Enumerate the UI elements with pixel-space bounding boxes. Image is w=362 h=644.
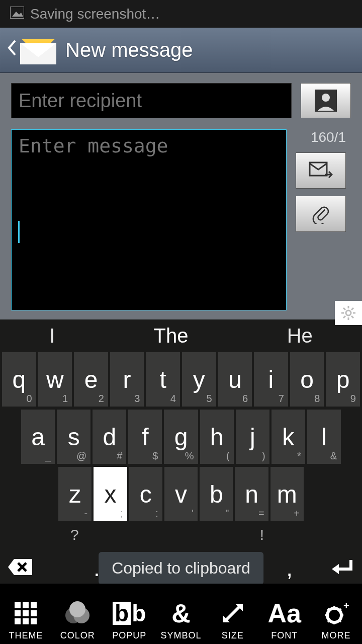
key-g[interactable]: g% — [164, 410, 198, 464]
tool-size[interactable]: SIZE — [207, 584, 258, 644]
key-w[interactable]: w1 — [38, 352, 72, 407]
key-r[interactable]: r3 — [110, 352, 144, 407]
key-sub: ( — [226, 450, 230, 462]
svg-rect-18 — [23, 602, 29, 608]
key-v[interactable]: v' — [164, 467, 198, 521]
hint-row: ? ! — [0, 524, 362, 546]
tool-theme[interactable]: THEME — [0, 584, 52, 644]
key-l[interactable]: l& — [307, 410, 341, 464]
backspace-key[interactable] — [7, 557, 33, 579]
key-h[interactable]: h( — [200, 410, 234, 464]
svg-line-10 — [343, 308, 345, 310]
key-sub: 4 — [170, 393, 176, 405]
tool-font[interactable]: Aa FONT — [258, 584, 310, 644]
key-z[interactable]: z- — [58, 467, 92, 521]
settings-tab[interactable] — [335, 301, 362, 325]
toast-message: Copied to clipboard — [99, 552, 263, 585]
svg-marker-1 — [12, 12, 23, 17]
key-k[interactable]: k* — [272, 410, 305, 464]
paperclip-icon — [309, 204, 333, 224]
key-sub: 5 — [206, 393, 212, 405]
suggestion-1[interactable]: I — [49, 325, 55, 347]
key-c[interactable]: c: — [129, 467, 162, 521]
key-sub: 0 — [26, 393, 32, 405]
key-u[interactable]: u6 — [218, 352, 252, 407]
suggestion-2[interactable]: The — [154, 325, 189, 347]
key-sub: 3 — [134, 393, 140, 405]
tool-color[interactable]: COLOR — [52, 584, 104, 644]
key-b[interactable]: b" — [200, 467, 233, 521]
comma-key[interactable]: , — [286, 554, 293, 582]
key-t[interactable]: t4 — [146, 352, 180, 407]
suggestion-3[interactable]: He — [287, 325, 313, 347]
svg-rect-21 — [23, 610, 29, 616]
key-s[interactable]: s@ — [57, 410, 90, 464]
key-n[interactable]: n= — [235, 467, 268, 521]
key-sub: " — [225, 508, 229, 519]
char-counter: 160/1 — [311, 129, 346, 145]
svg-rect-22 — [31, 610, 37, 616]
send-button[interactable] — [296, 152, 346, 189]
key-q[interactable]: q0 — [2, 352, 36, 407]
key-sub: $ — [152, 450, 158, 462]
key-sub: 6 — [242, 393, 248, 405]
svg-line-29 — [226, 606, 240, 620]
key-a[interactable]: a_ — [21, 410, 55, 464]
key-sub: 7 — [279, 393, 284, 405]
key-sub: % — [185, 450, 194, 462]
svg-rect-25 — [31, 618, 37, 624]
message-input[interactable] — [11, 129, 287, 310]
key-o[interactable]: o8 — [290, 352, 324, 407]
recipient-input[interactable] — [11, 83, 292, 118]
svg-point-3 — [322, 94, 330, 102]
status-bar: Saving screenshot… — [0, 0, 362, 28]
suggestion-row: I The He — [0, 319, 362, 352]
svg-point-32 — [327, 608, 341, 622]
enter-key[interactable] — [329, 557, 355, 579]
svg-rect-19 — [31, 602, 37, 608]
svg-rect-24 — [23, 618, 29, 624]
key-d[interactable]: d# — [93, 410, 126, 464]
key-sub: @ — [76, 450, 86, 462]
key-sub: : — [155, 508, 158, 519]
tool-symbol[interactable]: & SYMBOL — [155, 584, 207, 644]
attach-button[interactable] — [296, 196, 346, 232]
tool-more[interactable]: + MORE — [310, 584, 362, 644]
gear-icon — [340, 305, 356, 321]
svg-line-37 — [328, 609, 329, 610]
svg-rect-23 — [15, 618, 21, 624]
svg-line-11 — [351, 316, 353, 318]
compose-area: 160/1 — [0, 73, 362, 319]
svg-line-38 — [339, 620, 341, 622]
key-sub: 8 — [314, 393, 320, 405]
page-title: New message — [65, 39, 193, 61]
key-x[interactable]: x; — [94, 467, 127, 521]
tool-popup[interactable]: bb POPUP — [104, 584, 155, 644]
key-sub: _ — [45, 450, 51, 462]
key-j[interactable]: j) — [236, 410, 269, 464]
svg-text:+: + — [343, 601, 349, 611]
key-f[interactable]: f$ — [128, 410, 162, 464]
key-sub: ) — [262, 450, 265, 462]
svg-line-13 — [351, 308, 353, 310]
key-p[interactable]: p9 — [326, 352, 360, 407]
send-icon — [309, 160, 333, 181]
svg-point-28 — [69, 601, 85, 617]
key-sub: 1 — [62, 393, 68, 405]
mail-icon — [20, 36, 56, 64]
contact-icon — [315, 90, 337, 112]
add-contact-button[interactable] — [301, 83, 351, 118]
key-sub: = — [258, 508, 264, 519]
key-m[interactable]: m+ — [270, 467, 304, 521]
svg-rect-17 — [15, 602, 21, 608]
back-chevron-icon[interactable] — [5, 39, 20, 61]
key-e[interactable]: e2 — [74, 352, 108, 407]
key-sub: 9 — [350, 393, 356, 405]
key-i[interactable]: i7 — [254, 352, 288, 407]
svg-point-5 — [346, 310, 351, 315]
svg-rect-20 — [15, 610, 21, 616]
app-title-bar: New message — [0, 28, 362, 73]
picture-icon — [10, 6, 24, 22]
key-sub: - — [84, 508, 88, 519]
key-y[interactable]: y5 — [182, 352, 216, 407]
